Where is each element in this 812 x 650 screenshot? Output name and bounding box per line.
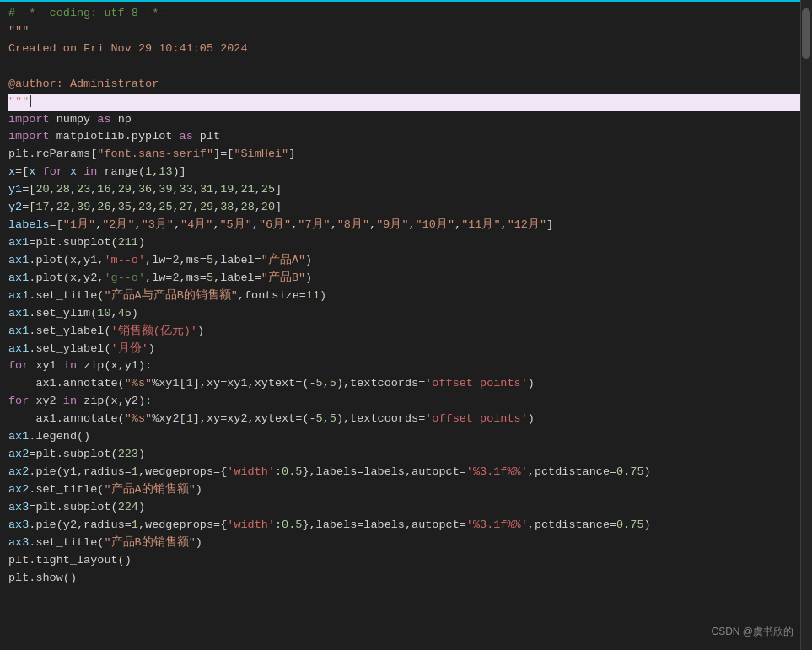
code-line-7: import numpy as np (8, 111, 804, 129)
code-line-21: for xy1 in zip(x,y1): (8, 357, 804, 375)
editor-container: # -*- coding: utf-8 -*- """ Created on F… (0, 0, 812, 650)
code-line-20: ax1.set_ylabel('月份') (8, 341, 804, 358)
code-line-10: x=[x for x in range(1,13)] (8, 164, 804, 181)
code-line-28: ax2.set_title("产品A的销售额") (8, 481, 804, 499)
code-line-19: ax1.set_ylabel('销售额(亿元)') (8, 323, 804, 341)
code-line-14: ax1=plt.subplot(211) (8, 234, 804, 252)
code-line-3: Created on Fri Nov 29 10:41:05 2024 (8, 40, 804, 58)
code-line-23: for xy2 in zip(x,y2): (8, 393, 804, 411)
code-line-16: ax1.plot(x,y2,'g--o',lw=2,ms=5,label="产品… (8, 270, 804, 287)
code-area[interactable]: # -*- coding: utf-8 -*- """ Created on F… (0, 0, 812, 592)
code-line-17: ax1.set_title("产品A与产品B的销售额",fontsize=11) (8, 287, 804, 305)
code-line-22: ax1.annotate("%s"%xy1[1],xy=xy1,xytext=(… (8, 375, 804, 393)
code-line-4 (8, 58, 804, 76)
code-line-1: # -*- coding: utf-8 -*- (8, 5, 804, 23)
code-line-8: import matplotlib.pyplot as plt (8, 128, 804, 146)
code-line-26: ax2=plt.subplot(223) (8, 446, 804, 464)
code-line-24: ax1.annotate("%s"%xy2[1],xy=xy2,xytext=(… (8, 411, 804, 428)
code-line-18: ax1.set_ylim(10,45) (8, 305, 804, 323)
watermark: CSDN @虞书欣的 (711, 624, 793, 640)
code-line-33: plt.show() (8, 570, 804, 588)
code-line-13: labels=["1月","2月","3月","4月","5月","6月","7… (8, 217, 804, 234)
code-line-27: ax2.pie(y1,radius=1,wedgeprops={'width':… (8, 464, 804, 481)
code-line-29: ax3=plt.subplot(224) (8, 499, 804, 517)
code-line-2: """ (8, 23, 804, 40)
code-line-30: ax3.pie(y2,radius=1,wedgeprops={'width':… (8, 517, 804, 535)
code-line-12: y2=[17,22,39,26,35,23,25,27,29,38,28,20] (8, 199, 804, 217)
scrollbar[interactable] (800, 0, 812, 650)
code-line-9: plt.rcParams["font.sans-serif"]=["SimHei… (8, 146, 804, 164)
code-line-15: ax1.plot(x,y1,'m--o',lw=2,ms=5,label="产品… (8, 252, 804, 270)
scrollbar-thumb[interactable] (802, 8, 810, 59)
code-line-6: """ (8, 94, 804, 111)
code-line-11: y1=[20,28,23,16,29,36,39,33,31,19,21,25] (8, 181, 804, 199)
code-line-5: @author: Administrator (8, 76, 804, 94)
code-line-25: ax1.legend() (8, 428, 804, 446)
code-line-32: plt.tight_layout() (8, 552, 804, 570)
code-line-31: ax3.set_title("产品B的销售额") (8, 535, 804, 552)
